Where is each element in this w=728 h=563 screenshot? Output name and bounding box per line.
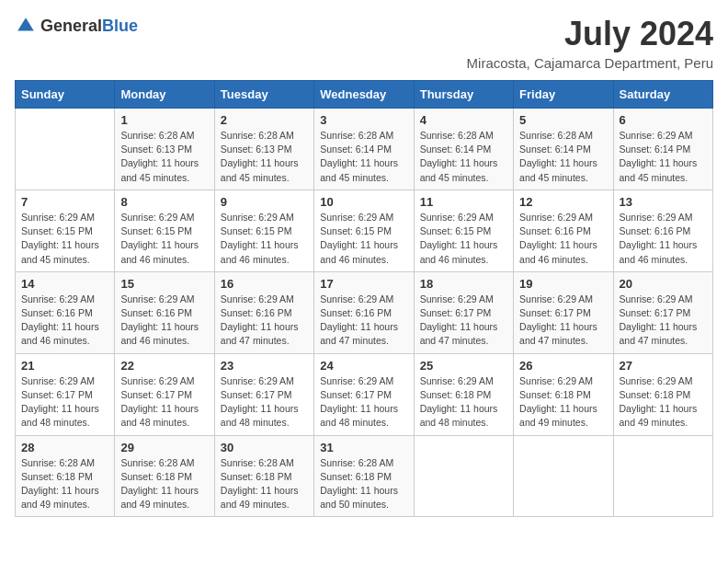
calendar-week-row-0: 1Sunrise: 6:28 AM Sunset: 6:13 PM Daylig… <box>16 109 713 190</box>
day-info: Sunrise: 6:29 AM Sunset: 6:18 PM Dayligh… <box>519 374 607 431</box>
month-title: July 2024 <box>467 15 713 53</box>
day-info: Sunrise: 6:29 AM Sunset: 6:16 PM Dayligh… <box>221 293 308 349</box>
calendar-cell: 8Sunrise: 6:29 AM Sunset: 6:15 PM Daylig… <box>115 190 214 271</box>
calendar-week-row-1: 7Sunrise: 6:29 AM Sunset: 6:15 PM Daylig… <box>16 190 713 271</box>
day-number: 13 <box>620 195 707 209</box>
calendar-cell: 3Sunrise: 6:28 AM Sunset: 6:14 PM Daylig… <box>314 109 414 190</box>
calendar-cell: 21Sunrise: 6:29 AM Sunset: 6:17 PM Dayli… <box>16 353 115 435</box>
day-number: 29 <box>120 441 208 454</box>
logo-text-general: GeneralBlue <box>40 17 138 36</box>
day-number: 14 <box>21 277 108 291</box>
day-info: Sunrise: 6:29 AM Sunset: 6:17 PM Dayligh… <box>221 374 308 431</box>
calendar-cell: 4Sunrise: 6:28 AM Sunset: 6:14 PM Daylig… <box>414 109 513 190</box>
header: GeneralBlue July 2024 Miracosta, Cajamar… <box>15 15 713 71</box>
day-number: 15 <box>120 277 208 291</box>
day-info: Sunrise: 6:28 AM Sunset: 6:14 PM Dayligh… <box>519 129 607 185</box>
calendar-cell: 20Sunrise: 6:29 AM Sunset: 6:17 PM Dayli… <box>613 271 712 353</box>
day-info: Sunrise: 6:29 AM Sunset: 6:15 PM Dayligh… <box>221 211 308 267</box>
day-number: 16 <box>221 277 308 291</box>
calendar-cell: 29Sunrise: 6:28 AM Sunset: 6:18 PM Dayli… <box>115 435 214 517</box>
day-info: Sunrise: 6:29 AM Sunset: 6:15 PM Dayligh… <box>320 211 407 267</box>
day-number: 10 <box>320 195 407 209</box>
day-number: 31 <box>320 441 407 454</box>
calendar-header-row: Sunday Monday Tuesday Wednesday Thursday… <box>16 81 713 109</box>
logo: GeneralBlue <box>15 15 138 37</box>
day-number: 17 <box>320 277 407 291</box>
calendar-cell: 13Sunrise: 6:29 AM Sunset: 6:16 PM Dayli… <box>613 190 712 271</box>
calendar-cell: 7Sunrise: 6:29 AM Sunset: 6:15 PM Daylig… <box>16 190 115 271</box>
day-number: 9 <box>221 195 308 209</box>
day-number: 20 <box>620 277 707 291</box>
day-info: Sunrise: 6:29 AM Sunset: 6:16 PM Dayligh… <box>120 293 208 349</box>
calendar-cell: 15Sunrise: 6:29 AM Sunset: 6:16 PM Dayli… <box>115 271 214 353</box>
day-number: 7 <box>21 195 108 209</box>
day-info: Sunrise: 6:28 AM Sunset: 6:14 PM Dayligh… <box>320 129 407 185</box>
header-friday: Friday <box>514 81 613 109</box>
calendar-cell: 1Sunrise: 6:28 AM Sunset: 6:13 PM Daylig… <box>115 109 214 190</box>
day-info: Sunrise: 6:28 AM Sunset: 6:18 PM Dayligh… <box>320 456 407 512</box>
calendar-cell: 28Sunrise: 6:28 AM Sunset: 6:18 PM Dayli… <box>16 435 115 517</box>
day-info: Sunrise: 6:29 AM Sunset: 6:17 PM Dayligh… <box>519 293 607 349</box>
day-info: Sunrise: 6:28 AM Sunset: 6:14 PM Dayligh… <box>420 129 507 185</box>
calendar-cell: 31Sunrise: 6:28 AM Sunset: 6:18 PM Dayli… <box>314 435 414 517</box>
title-section: July 2024 Miracosta, Cajamarca Departmen… <box>467 15 713 71</box>
day-info: Sunrise: 6:29 AM Sunset: 6:17 PM Dayligh… <box>120 374 208 431</box>
calendar-cell: 6Sunrise: 6:29 AM Sunset: 6:14 PM Daylig… <box>613 109 712 190</box>
calendar-cell: 11Sunrise: 6:29 AM Sunset: 6:15 PM Dayli… <box>414 190 513 271</box>
calendar-cell: 17Sunrise: 6:29 AM Sunset: 6:16 PM Dayli… <box>314 271 414 353</box>
header-wednesday: Wednesday <box>314 81 414 109</box>
calendar-cell: 24Sunrise: 6:29 AM Sunset: 6:17 PM Dayli… <box>314 353 414 435</box>
header-thursday: Thursday <box>414 81 513 109</box>
calendar-cell: 2Sunrise: 6:28 AM Sunset: 6:13 PM Daylig… <box>214 109 313 190</box>
day-number: 26 <box>519 359 607 373</box>
day-info: Sunrise: 6:29 AM Sunset: 6:17 PM Dayligh… <box>21 374 108 431</box>
day-info: Sunrise: 6:28 AM Sunset: 6:13 PM Dayligh… <box>221 129 308 185</box>
day-number: 6 <box>620 113 707 127</box>
day-number: 3 <box>320 113 407 127</box>
calendar-week-row-3: 21Sunrise: 6:29 AM Sunset: 6:17 PM Dayli… <box>16 353 713 435</box>
calendar-cell: 19Sunrise: 6:29 AM Sunset: 6:17 PM Dayli… <box>514 271 613 353</box>
day-info: Sunrise: 6:29 AM Sunset: 6:16 PM Dayligh… <box>21 293 108 349</box>
day-number: 30 <box>221 441 308 454</box>
header-sunday: Sunday <box>16 81 115 109</box>
calendar-cell: 25Sunrise: 6:29 AM Sunset: 6:18 PM Dayli… <box>414 353 513 435</box>
location-title: Miracosta, Cajamarca Department, Peru <box>467 55 713 71</box>
calendar-cell: 27Sunrise: 6:29 AM Sunset: 6:18 PM Dayli… <box>613 353 712 435</box>
day-info: Sunrise: 6:29 AM Sunset: 6:17 PM Dayligh… <box>620 293 707 349</box>
calendar-cell <box>16 109 115 190</box>
day-number: 1 <box>120 113 208 127</box>
day-number: 11 <box>420 195 507 209</box>
calendar-cell: 9Sunrise: 6:29 AM Sunset: 6:15 PM Daylig… <box>214 190 313 271</box>
day-info: Sunrise: 6:29 AM Sunset: 6:16 PM Dayligh… <box>620 211 707 267</box>
day-info: Sunrise: 6:29 AM Sunset: 6:17 PM Dayligh… <box>420 293 507 349</box>
day-number: 22 <box>120 359 208 373</box>
day-info: Sunrise: 6:28 AM Sunset: 6:13 PM Dayligh… <box>120 129 208 185</box>
day-info: Sunrise: 6:28 AM Sunset: 6:18 PM Dayligh… <box>21 456 108 512</box>
day-info: Sunrise: 6:29 AM Sunset: 6:18 PM Dayligh… <box>420 374 507 431</box>
header-saturday: Saturday <box>613 81 712 109</box>
day-number: 23 <box>221 359 308 373</box>
calendar-cell: 22Sunrise: 6:29 AM Sunset: 6:17 PM Dayli… <box>115 353 214 435</box>
day-number: 28 <box>21 441 108 454</box>
day-info: Sunrise: 6:29 AM Sunset: 6:16 PM Dayligh… <box>320 293 407 349</box>
calendar-cell <box>514 435 613 517</box>
calendar-cell: 30Sunrise: 6:28 AM Sunset: 6:18 PM Dayli… <box>214 435 313 517</box>
day-number: 2 <box>221 113 308 127</box>
day-info: Sunrise: 6:29 AM Sunset: 6:15 PM Dayligh… <box>420 211 507 267</box>
calendar-cell: 10Sunrise: 6:29 AM Sunset: 6:15 PM Dayli… <box>314 190 414 271</box>
day-number: 18 <box>420 277 507 291</box>
svg-marker-0 <box>17 17 34 30</box>
day-info: Sunrise: 6:29 AM Sunset: 6:17 PM Dayligh… <box>320 374 407 431</box>
calendar-table: Sunday Monday Tuesday Wednesday Thursday… <box>15 80 713 517</box>
calendar-cell: 26Sunrise: 6:29 AM Sunset: 6:18 PM Dayli… <box>514 353 613 435</box>
calendar-cell: 12Sunrise: 6:29 AM Sunset: 6:16 PM Dayli… <box>514 190 613 271</box>
day-info: Sunrise: 6:28 AM Sunset: 6:18 PM Dayligh… <box>221 456 308 512</box>
day-number: 12 <box>519 195 607 209</box>
logo-icon <box>15 15 37 37</box>
day-number: 8 <box>120 195 208 209</box>
day-number: 21 <box>21 359 108 373</box>
calendar-cell: 18Sunrise: 6:29 AM Sunset: 6:17 PM Dayli… <box>414 271 513 353</box>
day-info: Sunrise: 6:29 AM Sunset: 6:16 PM Dayligh… <box>519 211 607 267</box>
day-info: Sunrise: 6:29 AM Sunset: 6:15 PM Dayligh… <box>21 211 108 267</box>
day-info: Sunrise: 6:29 AM Sunset: 6:18 PM Dayligh… <box>620 374 707 431</box>
